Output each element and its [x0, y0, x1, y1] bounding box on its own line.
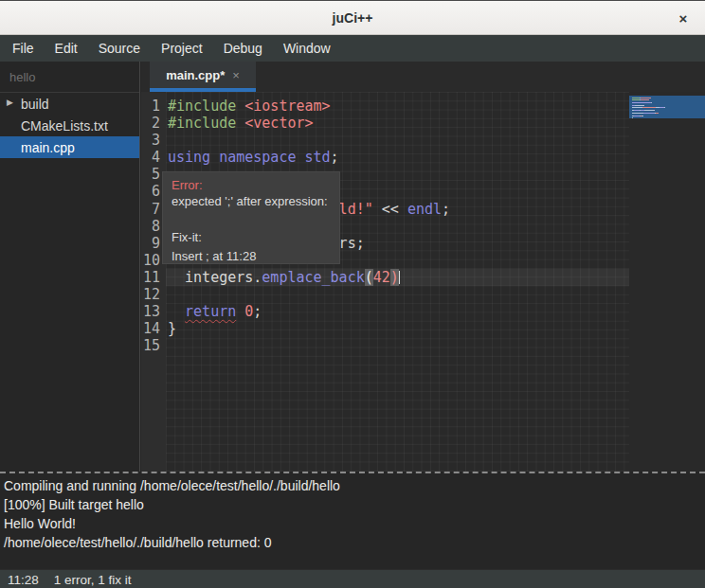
- code-line[interactable]: 15: [141, 337, 629, 354]
- code-line[interactable]: 14}: [141, 320, 629, 337]
- code-text: integers.emplace_back(42): [166, 269, 400, 286]
- diagnostic-tooltip: Error: expected ';' after expression: Fi…: [162, 171, 340, 264]
- window-title: juCi++: [333, 10, 373, 26]
- close-icon: ×: [679, 10, 688, 27]
- code-token: ): [390, 269, 399, 286]
- minimap-segment: [632, 107, 642, 108]
- code-token: endl: [407, 201, 442, 218]
- code-token: ;: [442, 201, 450, 218]
- window-close-button[interactable]: ×: [673, 8, 694, 28]
- output-line: Compiling and running /home/olece/test/h…: [4, 476, 701, 495]
- diagnostic-summary[interactable]: 1 error, 1 fix it: [54, 573, 132, 587]
- menu-item-project[interactable]: Project: [151, 37, 213, 60]
- code-text: }: [166, 320, 176, 337]
- code-token: [236, 98, 244, 115]
- code-token: [168, 303, 185, 320]
- tree-item-cmakelists[interactable]: CMakeLists.txt: [0, 115, 139, 136]
- tab-main-cpp[interactable]: main.cpp* ×: [150, 62, 256, 92]
- code-text: [166, 337, 168, 354]
- code-token: ;: [253, 303, 262, 320]
- code-token: }: [168, 320, 176, 337]
- code-token: (: [365, 269, 373, 286]
- code-token: return: [185, 303, 236, 320]
- text-cursor: [399, 271, 401, 284]
- menu-item-window[interactable]: Window: [273, 37, 341, 60]
- line-number: 1: [141, 98, 166, 115]
- code-line[interactable]: 2#include <vector>: [141, 115, 629, 132]
- code-token: #include: [168, 98, 236, 115]
- line-number: 11: [141, 269, 166, 286]
- minimap-line: [632, 118, 705, 120]
- minimap-segment: [642, 107, 657, 108]
- minimap[interactable]: [629, 92, 705, 472]
- tab-label: main.cpp*: [166, 68, 225, 82]
- project-name: hello: [0, 62, 139, 93]
- code-text: [166, 132, 168, 149]
- minimap-viewport[interactable]: [629, 96, 705, 118]
- menu-item-source[interactable]: Source: [88, 37, 151, 60]
- minimap-segment: [632, 102, 651, 103]
- line-number: 3: [141, 132, 166, 149]
- code-line[interactable]: 11 integers.emplace_back(42): [141, 269, 629, 286]
- line-number: 4: [141, 149, 166, 166]
- expander-icon[interactable]: ▶: [7, 98, 13, 107]
- line-number: 13: [141, 303, 166, 320]
- cursor-position: 11:28: [8, 573, 39, 587]
- minimap-segment: [641, 99, 648, 100]
- tree-item-main-cpp[interactable]: main.cpp: [0, 136, 139, 158]
- menubar: File Edit Source Project Debug Window: [0, 35, 705, 62]
- code-token: integers.: [168, 269, 262, 286]
- sidebar-project-tree: hello ▶ build CMakeLists.txt main.cpp: [0, 62, 140, 472]
- minimap-segment: [651, 102, 652, 103]
- code-text: [166, 286, 168, 303]
- app-window: juCi++ × File Edit Source Project Debug …: [0, 0, 705, 588]
- minimap-segment: [644, 110, 656, 111]
- menu-item-debug[interactable]: Debug: [213, 37, 273, 60]
- code-token: using namespace std: [168, 149, 331, 166]
- tree-item-build[interactable]: ▶ build: [0, 93, 139, 115]
- code-token: <vector>: [244, 115, 313, 132]
- minimap-segment: [632, 99, 640, 100]
- code-token: [236, 303, 244, 320]
- output-panel[interactable]: Compiling and running /home/olece/test/h…: [0, 472, 705, 569]
- code-token: #include: [168, 115, 236, 132]
- minimap-segment: [643, 113, 656, 114]
- tab-close-icon[interactable]: ×: [232, 68, 240, 82]
- code-token: 0: [244, 303, 253, 320]
- menu-item-edit[interactable]: Edit: [45, 37, 88, 60]
- fixit-message: Insert ; at 11:28: [172, 248, 331, 264]
- output-line: /home/olece/test/hello/./build/hello ret…: [4, 533, 701, 552]
- code-token: <iostream>: [244, 98, 330, 115]
- fixit-title: Fix-it:: [172, 229, 331, 245]
- error-title: Error:: [172, 177, 331, 193]
- output-line: [100%] Built target hello: [4, 495, 701, 514]
- code-text: using namespace std;: [166, 149, 339, 166]
- code-token: <<: [373, 201, 407, 218]
- minimap-segment: [664, 107, 665, 108]
- menu-item-file[interactable]: File: [2, 37, 45, 60]
- line-number: 12: [141, 286, 166, 303]
- error-message: expected ';' after expression:: [172, 193, 331, 209]
- code-line[interactable]: 3: [141, 132, 629, 149]
- code-token: [236, 115, 244, 132]
- code-text: return 0;: [166, 303, 262, 320]
- code-line[interactable]: 4using namespace std;: [141, 149, 629, 166]
- editor: 1#include <iostream>2#include <vector>34…: [141, 92, 705, 472]
- output-line: Hello World!: [4, 514, 701, 533]
- tab-bar: main.cpp* ×: [141, 62, 705, 92]
- line-number: 15: [141, 337, 166, 354]
- line-number: 14: [141, 320, 166, 337]
- code-line[interactable]: 13 return 0;: [141, 303, 629, 320]
- minimap-segment: [642, 116, 642, 116]
- code-line[interactable]: 1#include <iostream>: [141, 98, 629, 115]
- code-text: #include <vector>: [166, 115, 314, 132]
- window-titlebar: juCi++ ×: [0, 1, 705, 35]
- code-token: ;: [331, 149, 339, 166]
- minimap-segment: [658, 113, 659, 114]
- minimap-segment: [632, 117, 633, 118]
- minimap-segment: [632, 113, 643, 114]
- code-line[interactable]: 12: [141, 286, 629, 303]
- tree-item-label: build: [21, 97, 49, 112]
- code-token: 42: [373, 269, 390, 286]
- tree-item-label: main.cpp: [21, 140, 75, 155]
